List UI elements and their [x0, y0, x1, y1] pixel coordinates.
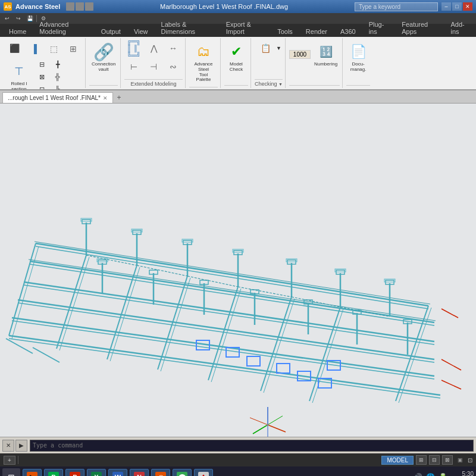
ribbon-group-doc-manage: 📄 Docu-manag.	[344, 38, 372, 88]
qa-redo-button[interactable]: ↪	[14, 14, 23, 23]
start-button[interactable]: ⊞	[2, 468, 20, 476]
tab-export-import[interactable]: Export & Import	[220, 18, 271, 37]
numbering-content: 1000 🔢 Numbering	[289, 39, 340, 84]
battery-icon: 🔋	[437, 472, 448, 476]
checking-icon: 📋	[258, 41, 273, 55]
em-btn-5[interactable]: ⊣	[144, 58, 163, 76]
cmd-close-button[interactable]: ✕	[2, 440, 14, 452]
beam-icon: ⬛	[7, 41, 21, 55]
beam-button[interactable]: ⬛	[5, 39, 24, 58]
tab-home[interactable]: Home	[2, 26, 33, 37]
command-input[interactable]	[30, 440, 474, 452]
model-check-content: ✔ ModelCheck	[224, 39, 248, 84]
model-check-label	[224, 85, 248, 87]
grid-button[interactable]: ⊞	[64, 39, 83, 58]
new-tab-button[interactable]: +	[113, 92, 125, 103]
connection-vault-button[interactable]: 🔗 Connectionvault	[89, 39, 118, 76]
ribbon-group-checking: 📋 ▼ Checking ▼	[252, 38, 286, 88]
tab-featured-apps[interactable]: Featured Apps	[395, 18, 444, 37]
skype-icon: ◎	[155, 472, 166, 476]
em-btn-4[interactable]: ⊢	[124, 58, 143, 76]
tool-palette-label	[189, 87, 218, 89]
rs-btn-4[interactable]: ╋	[50, 58, 65, 70]
taskbar-item-powerpoint[interactable]: P	[65, 469, 84, 476]
layout-view-button[interactable]: ⊞	[416, 455, 427, 465]
doc-tab-main[interactable]: ...rough Level 1 West Roof .FINAL* ✕	[2, 92, 113, 103]
rolled-i-button[interactable]: ⊤ Rolled I section	[5, 58, 33, 90]
search-input[interactable]	[355, 2, 438, 11]
tab-add-ins[interactable]: Add-ins	[444, 18, 476, 37]
close-button[interactable]: ✕	[463, 2, 472, 11]
status-separator	[18, 456, 18, 464]
onenote-icon: N	[134, 472, 145, 476]
checking-button[interactable]: 📋	[256, 39, 275, 57]
checking-label: Checking ▼	[255, 79, 283, 87]
status-snap-button[interactable]: +	[4, 456, 15, 465]
taskbar-item-onenote[interactable]: N	[130, 469, 149, 476]
em-btn-6[interactable]: ∾	[164, 58, 183, 76]
tool-palette-content: 🗂 Advance SteelTool Palette	[189, 39, 218, 86]
rs-btn-2[interactable]: ⊠	[34, 71, 49, 83]
rs-icon-6: ╠	[53, 84, 62, 90]
taskbar-item-media[interactable]: ▶	[23, 469, 42, 476]
tab-plugins[interactable]: Plug-ins	[362, 18, 396, 37]
taskbar-item-onenote-green[interactable]: P	[44, 469, 63, 476]
checking-content: 📋 ▼	[256, 39, 281, 78]
ribbon-group-objects: ⬛ ▐ ⬚ ⊞ ⊤ Rolled I se	[2, 38, 86, 88]
doc-tabs: ...rough Level 1 West Roof .FINAL* ✕ +	[0, 90, 476, 104]
extended-modeling-label: Extended Modeling	[124, 79, 183, 87]
chrome-icon: ⬤	[177, 472, 187, 476]
checking-dropdown[interactable]: ▼	[276, 45, 281, 51]
media-icon: ▶	[27, 472, 37, 476]
taskbar-item-word[interactable]: W	[108, 469, 127, 476]
grid-icon: ⊞	[66, 42, 80, 56]
doc-manage-button[interactable]: 📄 Docu-manag.	[346, 39, 370, 76]
taskbar-item-autocad[interactable]: A	[194, 469, 213, 476]
grid-view-button[interactable]: ⊟	[429, 455, 440, 465]
cmd-prompt-button[interactable]: ▶	[15, 440, 27, 452]
rs-btn-1[interactable]: ⊟	[34, 58, 49, 70]
rs-btn-3[interactable]: ⊡	[34, 83, 49, 90]
tab-tools[interactable]: Tools	[271, 26, 299, 37]
taskbar-item-skype[interactable]: ◎	[151, 469, 170, 476]
column-button[interactable]: ▐	[24, 39, 43, 58]
tool-palette-icon: 🗂	[194, 42, 213, 61]
tool-palette-button[interactable]: 🗂 Advance SteelTool Palette	[189, 39, 218, 86]
svg-point-91	[267, 424, 269, 426]
qa-undo-button[interactable]: ↩	[2, 14, 12, 23]
tab-advanced-modeling[interactable]: Advanced Modeling	[33, 18, 95, 37]
app-icon: AS	[4, 2, 12, 11]
minimize-button[interactable]: –	[441, 2, 451, 11]
em-btn-1[interactable]: ╔═╗║ ║╚═╝	[124, 39, 143, 57]
model-tab-button[interactable]: MODEL	[381, 456, 414, 465]
model-check-button[interactable]: ✔ ModelCheck	[224, 39, 248, 76]
em-btn-3[interactable]: ↔	[164, 39, 183, 57]
em-btn-2[interactable]: ⋀	[144, 39, 163, 57]
sheet-view-button[interactable]: ⊠	[442, 455, 453, 465]
window-controls: – □ ✕	[441, 2, 472, 11]
em-icon-3: ↔	[166, 41, 180, 55]
ribbon-group-tool-palette: 🗂 Advance SteelTool Palette	[187, 38, 221, 88]
tab-output[interactable]: Output	[95, 26, 127, 37]
plate-button[interactable]: ⬚	[44, 39, 63, 58]
powerpoint-icon: P	[70, 472, 80, 476]
tab-render[interactable]: Render	[299, 26, 334, 37]
taskbar-item-excel[interactable]: X	[87, 469, 106, 476]
ribbon-tabs: Home Advanced Modeling Output View Label…	[0, 24, 476, 37]
doc-manage-content: 📄 Docu-manag.	[346, 39, 370, 84]
doc-tab-close[interactable]: ✕	[103, 95, 108, 101]
numbering-button[interactable]: 🔢 Numbering	[312, 39, 340, 70]
ribbon-group-connection-vault: 🔗 Connectionvault	[87, 38, 121, 88]
onenote-green-icon: P	[48, 472, 59, 476]
viewport[interactable]	[0, 104, 476, 437]
model-check-icon: ✔	[227, 42, 246, 61]
tab-labels-dimensions[interactable]: Labels & Dimensions	[155, 18, 220, 37]
rs-btn-5[interactable]: ╬	[50, 71, 65, 83]
taskbar-item-chrome[interactable]: ⬤	[173, 469, 192, 476]
tab-view[interactable]: View	[127, 26, 155, 37]
maximize-button[interactable]: □	[452, 2, 462, 11]
doc-manage-label	[346, 85, 370, 87]
rs-btn-6[interactable]: ╠	[50, 83, 65, 90]
em-icon-4: ⊢	[127, 60, 141, 74]
tab-a360[interactable]: A360	[334, 26, 362, 37]
